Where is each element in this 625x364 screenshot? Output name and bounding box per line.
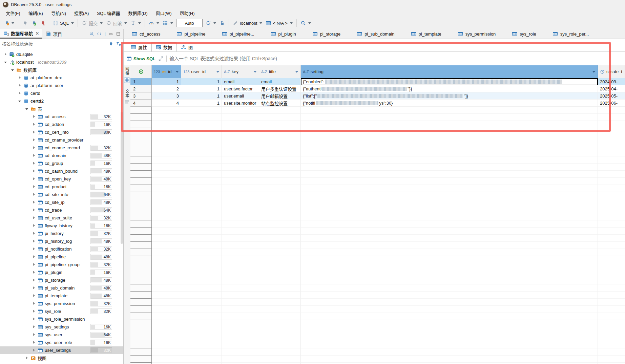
- column-header-key[interactable]: A-Zkey: [222, 65, 259, 78]
- editor-tab-pi_plugin[interactable]: pi_plugin: [263, 29, 304, 39]
- tree-item-sys_role_permission[interactable]: sys_role_permission: [0, 315, 123, 323]
- tree-item-ai_platform_dex[interactable]: ai_platform_dex: [0, 74, 123, 82]
- chevron-collapsed-icon[interactable]: [33, 333, 36, 337]
- menu-item-5[interactable]: 数据库(D): [125, 9, 151, 17]
- cell-user-id[interactable]: 1: [181, 92, 222, 100]
- connection-filter-icon[interactable]: [108, 41, 113, 47]
- show-sql-button[interactable]: Show SQL: [126, 56, 155, 61]
- chevron-collapsed-icon[interactable]: [33, 131, 36, 134]
- active-connection-select[interactable]: localhost: [231, 19, 264, 27]
- chevron-collapsed-icon[interactable]: [33, 201, 36, 204]
- sql-filter-input[interactable]: [169, 56, 625, 61]
- cell-id[interactable]: 3: [152, 92, 181, 100]
- chevron-collapsed-icon[interactable]: [33, 318, 36, 321]
- tree-item-cd_user_suite[interactable]: cd_user_suite32K: [0, 214, 123, 222]
- editor-tab-pi_pipeline-[interactable]: pi_pipeline...: [214, 29, 263, 39]
- chevron-collapsed-icon[interactable]: [33, 271, 36, 274]
- close-icon[interactable]: ✕: [36, 31, 39, 36]
- sort-dropdown-icon[interactable]: [253, 71, 257, 73]
- chevron-collapsed-icon[interactable]: [18, 84, 22, 87]
- cell-create-time[interactable]: 2025-05-: [598, 92, 625, 100]
- cell-create-time[interactable]: 2025-04-: [598, 85, 625, 92]
- editor-tab-sys_permission[interactable]: sys_permission: [450, 29, 504, 39]
- tree-item-pi_storage[interactable]: pi_storage48K: [0, 276, 123, 284]
- chevron-collapsed-icon[interactable]: [33, 232, 36, 235]
- chevron-collapsed-icon[interactable]: [33, 255, 36, 259]
- editor-tab-pi_pipeline[interactable]: pi_pipeline: [168, 29, 213, 39]
- grid-corner[interactable]: [130, 65, 152, 78]
- grid-view-icon[interactable]: [124, 77, 130, 83]
- commit-mode-select[interactable]: Auto: [176, 19, 203, 27]
- tree-item-flyway_history[interactable]: flyway_history16K: [0, 222, 123, 230]
- tab-data[interactable]: 数据: [151, 42, 176, 52]
- tree-item-localhost[interactable]: localhostlocalhost:3309: [0, 58, 123, 66]
- chevron-collapsed-icon[interactable]: [33, 325, 36, 329]
- cell-title[interactable]: 用户多重认证设置: [259, 85, 301, 92]
- chevron-collapsed-icon[interactable]: [33, 310, 36, 313]
- tree-item-cd_domain[interactable]: cd_domain48K: [0, 152, 123, 159]
- cell-key[interactable]: user.email: [222, 92, 259, 100]
- tab-projects[interactable]: 项目: [42, 29, 65, 39]
- connection-filter-input[interactable]: [2, 41, 105, 46]
- menu-item-6[interactable]: 窗口(W): [152, 9, 175, 17]
- chevron-collapsed-icon[interactable]: [33, 123, 36, 126]
- tree-item-pi_template[interactable]: pi_template48K: [0, 292, 123, 300]
- cell-key[interactable]: user.two.factor: [222, 85, 259, 92]
- cell-id[interactable]: 1: [152, 78, 181, 85]
- row-number[interactable]: 3: [130, 92, 152, 100]
- tree-item-cd_product[interactable]: cd_product16K: [0, 183, 123, 191]
- tree-item-cd_access[interactable]: cd_access32K: [0, 113, 123, 121]
- tree-item-pi_pipeline_group[interactable]: pi_pipeline_group32K: [0, 261, 123, 269]
- expand-filter-icon[interactable]: [158, 56, 164, 61]
- view-menu-icon[interactable]: ⁞: [104, 31, 106, 37]
- minimize-icon[interactable]: [108, 31, 113, 36]
- menu-item-0[interactable]: 文件(F): [2, 9, 24, 17]
- editor-tab-pi_template[interactable]: pi_template: [403, 29, 450, 39]
- tree-item-表[interactable]: 表: [0, 105, 123, 113]
- chevron-collapsed-icon[interactable]: [33, 224, 36, 228]
- menu-item-4[interactable]: SQL 编辑器: [93, 9, 124, 17]
- tree-item-cd_site_ip[interactable]: cd_site_ip48K: [0, 198, 123, 206]
- column-header-user_id[interactable]: 123user_id: [181, 65, 222, 78]
- chevron-collapsed-icon[interactable]: [33, 154, 36, 157]
- tree-item-视图[interactable]: 视图: [0, 354, 123, 362]
- tree-item-cd_oauth_bound[interactable]: cd_oauth_bound48K: [0, 167, 123, 175]
- table-row[interactable]: 111emailemail{"enabled":2024-09-: [130, 78, 625, 85]
- tree-item-partial[interactable]: [0, 362, 123, 364]
- chevron-collapsed-icon[interactable]: [33, 146, 36, 150]
- editor-tab-sys_role[interactable]: sys_role: [504, 29, 544, 39]
- chevron-collapsed-icon[interactable]: [33, 193, 36, 196]
- sort-dropdown-icon[interactable]: [295, 71, 298, 73]
- chevron-collapsed-icon[interactable]: [33, 209, 36, 212]
- collapse-all-icon[interactable]: [89, 31, 94, 36]
- tree-item-cd_trade[interactable]: cd_trade64K: [0, 206, 123, 214]
- cell-id[interactable]: 4: [152, 100, 181, 107]
- new-connection-button[interactable]: [2, 19, 16, 27]
- chevron-collapsed-icon[interactable]: [33, 162, 36, 165]
- rollback-button[interactable]: 回滚: [104, 19, 129, 28]
- chevron-collapsed-icon[interactable]: [33, 341, 36, 344]
- chevron-collapsed-icon[interactable]: [33, 248, 36, 251]
- reconnect-button[interactable]: [29, 19, 38, 27]
- tree-item-sys_user_role[interactable]: sys_user_role16K: [0, 339, 123, 346]
- cell-title[interactable]: 站点监控设置: [259, 100, 301, 107]
- cell-title[interactable]: email: [259, 78, 301, 85]
- table-row[interactable]: 441user.site.monitor站点监控设置{"notifiys":30…: [130, 100, 625, 107]
- chevron-collapsed-icon[interactable]: [18, 76, 22, 80]
- output-board-button[interactable]: [161, 19, 175, 27]
- tree-item-pi_pipeline[interactable]: pi_pipeline48K: [0, 253, 123, 261]
- editor-tab-sys_role_per-[interactable]: sys_role_per...: [544, 29, 597, 39]
- side-tab-grid-label[interactable]: 网格: [124, 67, 130, 76]
- disconnect-button[interactable]: [38, 19, 47, 27]
- chevron-collapsed-icon[interactable]: [33, 138, 36, 142]
- chevron-collapsed-icon[interactable]: [33, 240, 36, 243]
- tree-item-cd_cname_record[interactable]: cd_cname_record32K: [0, 144, 123, 152]
- row-number[interactable]: 4: [130, 100, 152, 107]
- chevron-collapsed-icon[interactable]: [33, 170, 36, 173]
- chevron-collapsed-icon[interactable]: [33, 294, 36, 298]
- tree-item-pi_history_log[interactable]: pi_history_log48K: [0, 237, 123, 245]
- cell-setting[interactable]: {"list":[""]}: [301, 92, 598, 100]
- menu-item-3[interactable]: 搜索(A): [70, 9, 92, 17]
- cell-setting[interactable]: {"authenti"}}: [301, 85, 598, 92]
- chevron-collapsed-icon[interactable]: [33, 216, 36, 220]
